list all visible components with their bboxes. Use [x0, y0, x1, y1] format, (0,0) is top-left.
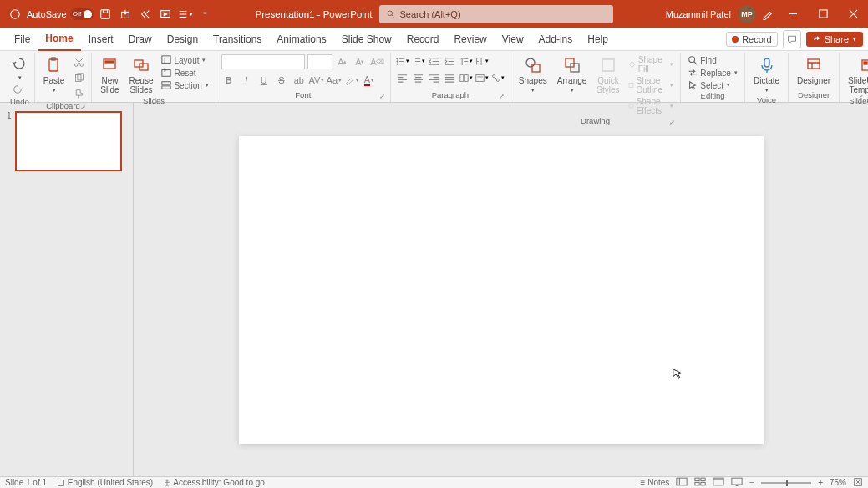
reset-button[interactable]: Reset [160, 67, 210, 79]
increase-font-button[interactable]: A▴ [335, 54, 350, 69]
tab-file[interactable]: File [7, 28, 38, 51]
slideshow-view-icon[interactable] [731, 477, 743, 488]
autosave-toggle[interactable]: AutoSave Off [27, 8, 94, 20]
tab-insert[interactable]: Insert [81, 28, 121, 51]
group-label-clipboard: Clipboard⤢ [40, 101, 87, 111]
clear-formatting-button[interactable]: A⌫ [370, 54, 385, 69]
align-right-button[interactable] [428, 71, 441, 84]
designer-button[interactable]: Designer [794, 54, 834, 87]
highlight-button[interactable]: ▾ [344, 73, 359, 88]
tab-home[interactable]: Home [38, 28, 80, 51]
slide-canvas[interactable] [239, 136, 764, 444]
fit-to-window-button[interactable] [853, 477, 863, 489]
search-input[interactable]: Search (Alt+Q) [379, 5, 613, 23]
line-spacing-button[interactable]: ▾ [459, 54, 473, 68]
language-indicator[interactable]: English (United States) [57, 478, 153, 487]
present-from-beginning-icon[interactable] [157, 6, 174, 23]
sorter-view-icon[interactable] [694, 477, 706, 488]
save-icon[interactable] [97, 6, 114, 23]
columns-button[interactable]: ▾ [459, 71, 473, 84]
notes-button[interactable]: ≡ Notes [641, 478, 670, 487]
replace-button[interactable]: Replace▾ [686, 67, 739, 79]
format-painter-button[interactable] [71, 86, 86, 101]
justify-button[interactable] [444, 71, 457, 84]
align-center-button[interactable] [412, 71, 425, 84]
text-direction-button[interactable]: ▾ [475, 54, 489, 68]
paste-button[interactable]: Paste▾ [40, 54, 69, 95]
user-name[interactable]: Muzammil Patel [666, 9, 731, 19]
maximize-button[interactable] [810, 0, 836, 28]
align-text-button[interactable]: ▾ [475, 71, 489, 84]
font-size-input[interactable] [307, 54, 332, 69]
qat-customize-icon[interactable]: ⁼ [197, 6, 214, 23]
quick-styles-button[interactable]: Quick Styles [593, 54, 622, 96]
dialog-launcher-icon[interactable]: ⤢ [499, 93, 505, 100]
export-icon[interactable] [117, 6, 134, 23]
record-button[interactable]: Record [726, 32, 777, 47]
undo-button[interactable]: ▾ [10, 54, 28, 81]
share-button[interactable]: Share▾ [806, 32, 863, 47]
slide-indicator[interactable]: Slide 1 of 1 [5, 478, 47, 487]
font-name-input[interactable] [221, 54, 305, 69]
shape-fill-button[interactable]: Shape Fill▾ [627, 54, 676, 74]
normal-view-icon[interactable] [676, 477, 688, 488]
dialog-launcher-icon[interactable]: ⤢ [80, 104, 86, 111]
numbering-button[interactable]: ▾ [412, 54, 425, 68]
layout-button[interactable]: Layout▾ [160, 54, 210, 66]
tab-view[interactable]: View [495, 28, 531, 51]
minimize-button[interactable] [779, 0, 806, 28]
smartart-button[interactable]: ▾ [491, 71, 505, 84]
bullets-button[interactable]: ▾ [396, 54, 409, 68]
tab-add-ins[interactable]: Add-ins [531, 28, 581, 51]
tab-record[interactable]: Record [399, 28, 447, 51]
collapse-ribbon-icon[interactable]: ⌄ [858, 90, 865, 99]
cut-button[interactable] [71, 54, 86, 69]
slide-editor[interactable] [134, 103, 868, 476]
comments-button[interactable] [783, 30, 801, 48]
copy-button[interactable] [71, 70, 86, 85]
zoom-out-button[interactable]: − [749, 478, 754, 487]
close-button[interactable] [840, 0, 866, 28]
svg-rect-44 [701, 478, 705, 481]
tab-slide-show[interactable]: Slide Show [334, 28, 399, 51]
change-case-button[interactable]: Aa▾ [327, 73, 342, 88]
decrease-font-button[interactable]: A▾ [353, 54, 368, 69]
tab-animations[interactable]: Animations [269, 28, 333, 51]
strikethrough-button[interactable]: S [274, 73, 289, 88]
select-button[interactable]: Select▾ [686, 79, 739, 91]
zoom-slider[interactable] [761, 482, 811, 484]
shape-outline-button[interactable]: Shape Outline▾ [627, 75, 676, 95]
shadow-button[interactable]: ab [292, 73, 307, 88]
pen-icon[interactable] [759, 6, 776, 23]
align-left-button[interactable] [396, 71, 409, 84]
avatar[interactable]: MP [738, 5, 756, 23]
shapes-button[interactable]: Shapes▾ [515, 54, 551, 95]
font-color-button[interactable]: A▾ [362, 73, 377, 88]
section-button[interactable]: Section▾ [160, 79, 210, 91]
char-spacing-button[interactable]: AV▾ [309, 73, 324, 88]
tab-design[interactable]: Design [160, 28, 206, 51]
redo-button[interactable] [10, 82, 25, 97]
bold-button[interactable]: B [221, 73, 236, 88]
tab-review[interactable]: Review [446, 28, 494, 51]
reuse-slides-button[interactable]: Reuse Slides [126, 54, 157, 96]
tab-help[interactable]: Help [580, 28, 616, 51]
increase-indent-button[interactable] [444, 54, 457, 68]
underline-button[interactable]: U [256, 73, 272, 88]
list-icon[interactable]: ▾ [177, 6, 194, 23]
slide-thumbnail-1[interactable] [15, 111, 122, 171]
zoom-in-button[interactable]: + [818, 478, 823, 487]
dictate-button[interactable]: Dictate▾ [750, 54, 783, 95]
zoom-level[interactable]: 75% [830, 478, 846, 487]
reading-view-icon[interactable] [713, 477, 724, 488]
dialog-launcher-icon[interactable]: ⤢ [379, 93, 385, 100]
new-slide-button[interactable]: New Slide [97, 54, 122, 96]
arrange-button[interactable]: Arrange▾ [554, 54, 591, 95]
find-button[interactable]: Find [686, 54, 739, 66]
decrease-indent-button[interactable] [428, 54, 441, 68]
rewind-icon[interactable] [137, 6, 154, 23]
italic-button[interactable]: I [239, 73, 254, 88]
tab-draw[interactable]: Draw [121, 28, 160, 51]
accessibility-indicator[interactable]: Accessibility: Good to go [163, 478, 265, 487]
tab-transitions[interactable]: Transitions [206, 28, 269, 51]
